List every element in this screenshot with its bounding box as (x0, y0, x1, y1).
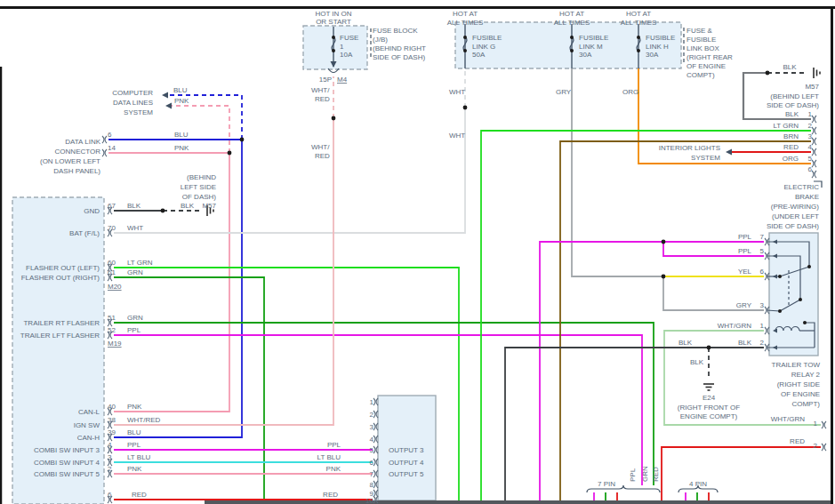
label: BLU (127, 428, 141, 436)
label: PNK (127, 403, 142, 411)
label: PNK (174, 144, 189, 152)
label: DATA LINK (65, 138, 100, 146)
label: 1 (340, 43, 344, 51)
label: 8 (370, 481, 374, 489)
label: PPL (629, 468, 637, 482)
label: BRAKE (795, 193, 819, 201)
label: COMBI SW INPUT 4 (34, 459, 100, 467)
label: OUTPUT 4 (389, 459, 424, 467)
label: 60 (108, 259, 116, 267)
label: BLK (127, 202, 141, 210)
label: (UNDER LEFT (772, 212, 819, 220)
label: 1 (814, 420, 818, 428)
label: ALL TIMES (621, 19, 656, 27)
label: PNK (127, 465, 142, 473)
label: ALL TIMES (554, 19, 590, 27)
label: 2 (808, 122, 813, 130)
label: 70 (108, 224, 116, 232)
label: (BEHIND (187, 173, 216, 181)
label: COMBI SW INPUT 5 (34, 470, 100, 478)
junction-dot (778, 275, 782, 278)
label: 30A (646, 51, 659, 59)
pin-connector (373, 470, 375, 477)
label: FLASHER OUT (RIGHT) (21, 274, 100, 282)
label: OF ENGINE (686, 62, 726, 70)
label: FUSE BLOCK (373, 27, 418, 35)
label: ELECTRIC (783, 183, 819, 191)
label: (ON LOWER LEFT (40, 157, 100, 165)
label: 2 (370, 411, 374, 419)
pin-connector (102, 149, 104, 156)
label: BAT (F/L) (69, 229, 100, 237)
pin-connector (812, 138, 814, 145)
wire-blu (108, 140, 242, 437)
connector-strip (205, 500, 832, 504)
label: RED (790, 437, 805, 445)
label: LT GRN (127, 259, 153, 267)
pin-connector (373, 436, 375, 443)
wiring-diagram: HOT IN ONOR STARTFUSE110AFUSE BLOCK(J/B)… (0, 0, 835, 504)
label: LT GRN (773, 122, 799, 130)
label: PNK (326, 465, 341, 473)
pin-connector (822, 421, 823, 428)
label: GND (84, 207, 100, 215)
label: 50A (472, 51, 486, 59)
pin-connector (373, 481, 375, 488)
label: 5 (760, 247, 765, 255)
junction-dot (332, 116, 336, 121)
label: GRN (127, 268, 143, 276)
label: E24 (703, 394, 716, 402)
label: BLU (173, 86, 188, 94)
label: HOT AT (626, 10, 651, 18)
label: PNK (174, 97, 189, 105)
label: GRY (736, 301, 752, 309)
label: TRAILER RT FLASHER (23, 319, 100, 327)
label: M20 (108, 283, 122, 291)
label: 3 (808, 132, 813, 140)
label: RED (132, 491, 147, 499)
label: OUTPUT 3 (389, 446, 424, 454)
label: BLK (678, 339, 693, 347)
label: 3 (370, 423, 374, 431)
label: IGN SW (74, 421, 100, 429)
pin-connector (812, 148, 814, 156)
label: ORG (622, 88, 638, 96)
flow-arrow-icon (726, 149, 732, 156)
label: FLASHER OUT (LEFT) (26, 264, 100, 272)
label: 4 (370, 436, 374, 444)
pin-connector (815, 116, 816, 123)
wire-pnk (108, 153, 229, 412)
pin-connector (815, 171, 816, 178)
label: CONNECTOR (55, 148, 101, 156)
label: 4 (808, 143, 813, 151)
junction-dot (463, 106, 468, 110)
label: WHT/GRN (718, 322, 751, 330)
label: 6 (108, 131, 112, 139)
label: SIDE OF DASH) (767, 101, 819, 109)
pin-connector (765, 307, 767, 314)
label: INTERIOR LIGHTS (659, 144, 720, 152)
label: 30A (579, 51, 592, 59)
label: 5 (808, 155, 813, 163)
pin-connector (373, 398, 375, 405)
label: 39 (108, 428, 116, 436)
label: WHT (449, 132, 465, 140)
label: BLK (738, 339, 752, 347)
pin-connector (765, 344, 767, 351)
label: M57 (805, 83, 819, 91)
label: OUTPUT 5 (389, 470, 424, 478)
wire-whtred (114, 118, 333, 425)
label: 7 PIN (598, 480, 615, 488)
pin-connector (812, 171, 814, 178)
label: WHT/RED (127, 416, 161, 424)
label: OR START (316, 18, 351, 26)
label: WHT (127, 224, 143, 232)
label: 67 (108, 202, 116, 210)
junction-dot (807, 265, 811, 268)
junction-dot (570, 49, 574, 52)
label: 6 (108, 491, 112, 499)
label: 1 (808, 110, 813, 118)
label: FUSIBLE (579, 34, 608, 42)
label: 61 (108, 268, 116, 276)
label: 51 (108, 314, 116, 322)
